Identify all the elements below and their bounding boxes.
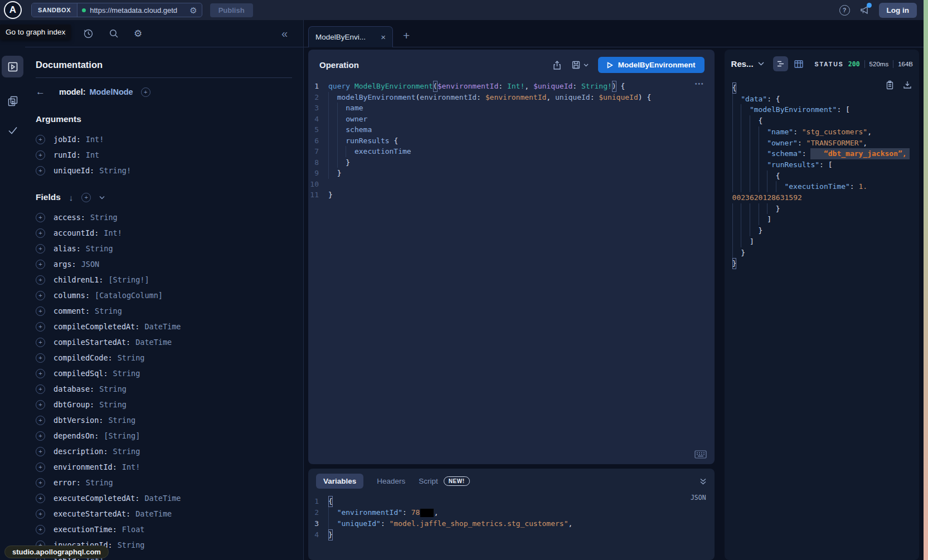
field-type[interactable]: String [99,400,127,409]
field-name[interactable]: jobId: [54,135,81,144]
field-type[interactable]: String [90,213,118,222]
add-field-button[interactable]: + [36,447,45,456]
field-name[interactable]: database: [54,384,94,393]
tab-headers[interactable]: Headers [377,477,405,485]
field-type[interactable]: Int! [122,462,140,471]
field-name[interactable]: executionTime: [54,525,117,534]
field-name[interactable]: compiledSql: [54,369,108,378]
table-view-icon[interactable] [791,56,806,71]
field-type[interactable]: [String!] [108,275,149,284]
add-field-button[interactable]: + [36,166,45,176]
endpoint-url-field[interactable]: https://metadata.cloud.getd ⚙ [77,6,201,14]
add-field-button[interactable]: + [36,369,45,378]
sidebar-item-checks[interactable] [2,119,23,141]
back-arrow-icon[interactable]: ← [36,86,59,98]
field-name[interactable]: executeCompletedAt: [54,494,139,503]
close-tab-icon[interactable]: × [381,32,386,42]
add-field-button[interactable]: + [36,509,45,519]
type-name-link[interactable]: ModelNode [90,87,133,96]
add-field-button[interactable]: + [36,244,45,254]
field-type[interactable]: String [118,353,145,362]
field-type[interactable]: DateTime [144,322,181,331]
field-type[interactable]: String [99,384,127,393]
download-response-icon[interactable] [903,80,912,90]
add-type-button[interactable]: + [141,87,150,97]
chevron-down-icon[interactable] [99,196,105,199]
add-field-button[interactable]: + [36,416,45,425]
field-type[interactable]: String [118,540,145,549]
collapse-sidebar-icon[interactable]: « [281,27,288,40]
field-name[interactable]: uniqueId: [54,166,94,175]
publish-button[interactable]: Publish [210,3,253,17]
add-field-button[interactable]: + [36,275,45,285]
tab-script[interactable]: Script [419,477,438,485]
add-field-button[interactable]: + [36,150,45,160]
search-icon[interactable] [109,28,119,38]
field-name[interactable]: comment: [54,306,90,315]
editor-overflow-menu-icon[interactable]: ••• [695,81,704,87]
run-operation-button[interactable]: ModelByEnvironment [598,57,704,73]
operation-editor[interactable]: 1query ModelByEnvironment($environmentId… [308,79,715,201]
endpoint-url-text[interactable]: https://metadata.cloud.getd [90,6,186,14]
formatted-view-icon[interactable] [773,56,788,71]
field-name[interactable]: error: [54,478,81,487]
response-json[interactable]: {"data": {"modelByEnvironment": [{"name"… [732,81,919,269]
field-type[interactable]: String [113,369,140,378]
history-icon[interactable] [83,28,94,39]
add-field-button[interactable]: + [36,213,45,222]
sidebar-settings-gear-icon[interactable]: ⚙ [134,29,142,38]
save-operation-group[interactable] [571,60,589,70]
add-field-button[interactable]: + [36,338,45,347]
sidebar-item-explorer[interactable] [2,56,23,77]
field-type[interactable]: DateTime [135,338,172,347]
apollo-logo[interactable]: A [4,1,22,19]
field-name[interactable]: accountId: [54,228,99,237]
field-name[interactable]: dbtVersion: [54,416,103,425]
field-name[interactable]: columns: [54,291,90,300]
collapse-variables-icon[interactable] [699,478,707,485]
variables-editor[interactable]: 1{2"environmentId": 78,3"uniqueId": "mod… [308,493,715,540]
add-field-button[interactable]: + [36,462,45,472]
field-type[interactable]: String [95,306,122,315]
add-field-button[interactable]: + [36,260,45,269]
add-field-button[interactable]: + [36,228,45,238]
add-field-button[interactable]: + [36,135,45,144]
field-type[interactable]: Float [122,525,145,534]
add-field-button[interactable]: + [36,384,45,394]
field-name[interactable]: dependsOn: [54,431,99,440]
field-type[interactable]: [String] [104,431,140,440]
login-button[interactable]: Log in [879,3,917,18]
share-icon[interactable] [552,60,562,70]
add-all-fields-button[interactable]: + [81,193,91,202]
add-field-button[interactable]: + [36,291,45,300]
field-name[interactable]: alias: [54,244,81,253]
field-name[interactable]: description: [54,447,108,456]
field-type[interactable]: [CatalogColumn] [95,291,163,300]
field-type[interactable]: String [86,478,113,487]
add-field-button[interactable]: + [36,353,45,363]
add-field-button[interactable]: + [36,431,45,441]
new-tab-button[interactable]: + [403,29,410,42]
field-name[interactable]: compileCompletedAt: [54,322,139,331]
field-name[interactable]: childrenL1: [54,275,103,284]
help-icon[interactable]: ? [839,5,850,16]
field-name[interactable]: args: [54,260,76,269]
field-name[interactable]: compileStartedAt: [54,338,130,347]
field-type[interactable]: Int! [104,228,122,237]
field-type[interactable]: String [86,244,113,253]
copy-response-icon[interactable] [886,80,894,90]
keyboard-shortcuts-icon[interactable] [694,450,707,459]
add-field-button[interactable]: + [36,494,45,503]
field-name[interactable]: environmentId: [54,462,117,471]
field-type[interactable]: Int [86,150,99,159]
add-field-button[interactable]: + [36,322,45,332]
field-name[interactable]: executeStartedAt: [54,509,130,518]
field-type[interactable]: DateTime [144,494,181,503]
field-name[interactable]: dbtGroup: [54,400,94,409]
sort-fields-icon[interactable]: ↓ [69,193,74,202]
response-title-dropdown[interactable]: Res... [731,59,764,69]
field-type[interactable]: JSON [81,260,100,269]
field-type[interactable]: String [108,416,135,425]
field-type[interactable]: String! [99,166,131,175]
add-field-button[interactable]: + [36,478,45,488]
